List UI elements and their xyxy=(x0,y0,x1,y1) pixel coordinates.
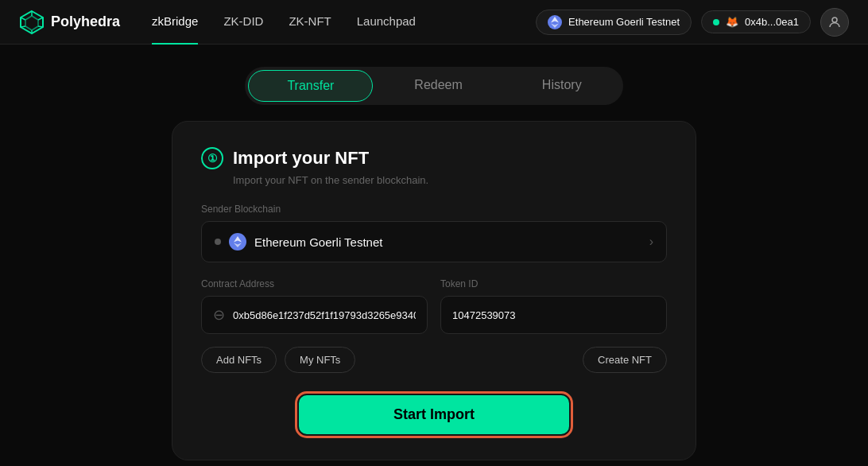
import-header: ① Import your NFT xyxy=(201,147,667,169)
nav-item-zkbridge[interactable]: zkBridge xyxy=(152,14,198,29)
tabs-wrapper: Transfer Redeem History xyxy=(245,67,622,105)
nav-right: Ethereum Goerli Testnet 🦊 0x4b...0ea1 xyxy=(536,8,849,37)
user-icon xyxy=(827,15,842,29)
contract-address-input[interactable] xyxy=(233,309,416,321)
address-token-row: Contract Address ⊖ Token ID xyxy=(201,278,667,334)
blockchain-left: Ethereum Goerli Testnet xyxy=(215,233,382,250)
contract-address-label: Contract Address xyxy=(201,278,428,289)
tab-transfer[interactable]: Transfer xyxy=(248,70,373,102)
import-title: Import your NFT xyxy=(233,148,369,169)
polyhedra-logo-icon xyxy=(19,10,45,35)
fox-emoji: 🦊 xyxy=(726,16,738,28)
svg-line-4 xyxy=(38,26,43,27)
step-circle: ① xyxy=(201,147,223,169)
create-nft-button[interactable]: Create NFT xyxy=(583,347,667,373)
step-number: ① xyxy=(207,152,218,165)
blockchain-select[interactable]: Ethereum Goerli Testnet › xyxy=(201,221,667,262)
action-left: Add NFTs My NFTs xyxy=(201,347,355,373)
token-id-label: Token ID xyxy=(440,278,667,289)
contract-address-group: Contract Address ⊖ xyxy=(201,278,428,334)
wallet-dot xyxy=(713,19,719,25)
main-card: ① Import your NFT Import your NFT on the… xyxy=(172,121,696,460)
my-nfts-button[interactable]: My NFTs xyxy=(285,347,355,373)
svg-marker-1 xyxy=(25,16,38,30)
profile-button[interactable] xyxy=(820,8,849,37)
start-import-button[interactable]: Start Import xyxy=(299,395,569,434)
wallet-address: 0x4b...0ea1 xyxy=(745,16,799,28)
sender-blockchain-label: Sender Blockchain xyxy=(201,204,667,215)
token-id-input[interactable] xyxy=(452,309,655,321)
network-button[interactable]: Ethereum Goerli Testnet xyxy=(536,10,692,35)
add-nfts-button[interactable]: Add NFTs xyxy=(201,347,277,373)
network-label: Ethereum Goerli Testnet xyxy=(568,16,680,28)
logo-area[interactable]: Polyhedra xyxy=(19,10,120,35)
tabs-container: Transfer Redeem History xyxy=(0,45,868,121)
tab-redeem[interactable]: Redeem xyxy=(376,70,500,102)
minus-icon[interactable]: ⊖ xyxy=(213,306,225,324)
svg-point-8 xyxy=(832,17,837,22)
contract-address-input-row: ⊖ xyxy=(201,296,428,334)
nav-item-launchpad[interactable]: Launchpad xyxy=(357,14,416,29)
start-import-wrap: Start Import xyxy=(201,395,667,434)
wallet-button[interactable]: 🦊 0x4b...0ea1 xyxy=(701,10,811,33)
navbar: Polyhedra zkBridge ZK-DID ZK-NFT Launchp… xyxy=(0,0,868,45)
blockchain-name: Ethereum Goerli Testnet xyxy=(254,235,382,249)
tab-history[interactable]: History xyxy=(504,70,620,102)
blockchain-dot xyxy=(215,239,221,245)
import-subtitle: Import your NFT on the sender blockchain… xyxy=(233,174,667,186)
token-id-input-row xyxy=(440,296,667,334)
chevron-right-icon: › xyxy=(649,235,653,249)
eth-logo-small xyxy=(229,233,246,250)
nav-item-zknft[interactable]: ZK-NFT xyxy=(289,14,331,29)
nav-item-zkdid[interactable]: ZK-DID xyxy=(223,14,263,29)
logo-text: Polyhedra xyxy=(51,14,120,30)
svg-line-6 xyxy=(21,26,25,27)
eth-icon xyxy=(548,15,562,29)
token-id-group: Token ID xyxy=(440,278,667,334)
nav-links: zkBridge ZK-DID ZK-NFT Launchpad xyxy=(152,14,536,29)
action-buttons-row: Add NFTs My NFTs Create NFT xyxy=(201,347,667,373)
